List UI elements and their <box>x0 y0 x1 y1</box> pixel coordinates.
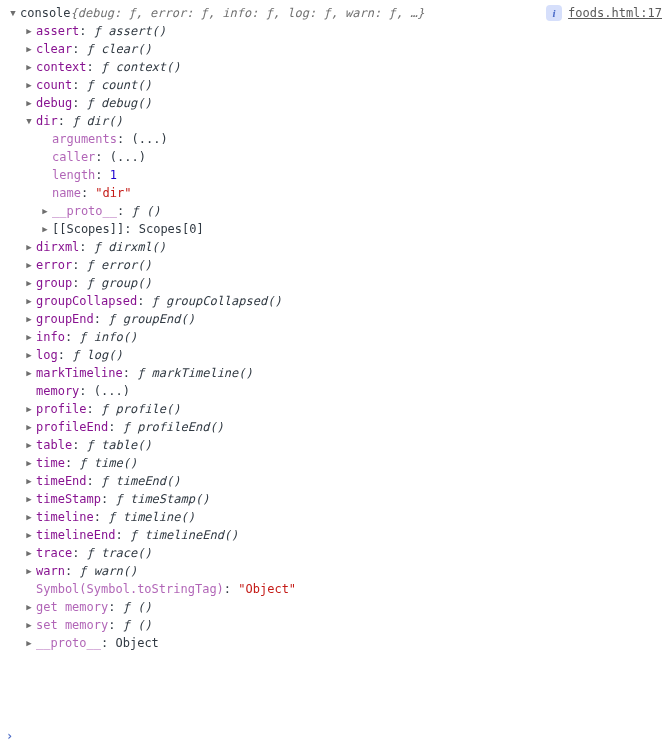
colon-separator: : <box>58 112 72 130</box>
property-row[interactable]: groupEnd: ƒ groupEnd() <box>24 310 662 328</box>
expand-arrow-icon[interactable] <box>24 328 34 346</box>
expand-arrow-icon[interactable] <box>24 616 34 634</box>
expand-arrow-icon[interactable] <box>24 112 34 130</box>
property-row[interactable]: markTimeline: ƒ markTimeline() <box>24 364 662 382</box>
expand-arrow-icon[interactable] <box>24 238 34 256</box>
property-row[interactable]: dirxml: ƒ dirxml() <box>24 238 662 256</box>
property-row[interactable]: clear: ƒ clear() <box>24 40 662 58</box>
expand-arrow-icon[interactable] <box>24 40 34 58</box>
property-row[interactable]: Symbol(Symbol.toStringTag): "Object" <box>24 580 662 598</box>
expand-arrow-icon[interactable] <box>24 76 34 94</box>
property-row[interactable]: context: ƒ context() <box>24 58 662 76</box>
property-row[interactable]: info: ƒ info() <box>24 328 662 346</box>
expand-arrow-icon[interactable] <box>24 94 34 112</box>
property-row[interactable]: timeEnd: ƒ timeEnd() <box>24 472 662 490</box>
property-row[interactable]: caller: (...) <box>40 148 662 166</box>
property-value: ƒ dir() <box>72 112 123 130</box>
property-key: dir <box>36 112 58 130</box>
console-prompt-icon[interactable]: › <box>6 729 13 743</box>
expand-arrow-icon[interactable] <box>24 310 34 328</box>
property-key: name <box>52 184 81 202</box>
expand-arrow-icon[interactable] <box>40 220 50 238</box>
property-key: timeEnd <box>36 472 87 490</box>
property-row[interactable]: error: ƒ error() <box>24 256 662 274</box>
property-row[interactable]: profileEnd: ƒ profileEnd() <box>24 418 662 436</box>
property-row[interactable]: timelineEnd: ƒ timelineEnd() <box>24 526 662 544</box>
property-row[interactable]: timeline: ƒ timeline() <box>24 508 662 526</box>
property-row[interactable]: __proto__: Object <box>24 634 662 652</box>
expand-arrow-icon[interactable] <box>24 436 34 454</box>
property-row[interactable]: __proto__: ƒ () <box>40 202 662 220</box>
property-value: ƒ info() <box>79 328 137 346</box>
expand-arrow-icon[interactable] <box>24 274 34 292</box>
property-value: ƒ count() <box>87 76 152 94</box>
colon-separator: : <box>95 148 109 166</box>
colon-separator: : <box>58 346 72 364</box>
expand-arrow-icon[interactable] <box>24 526 34 544</box>
expand-arrow-icon[interactable] <box>24 292 34 310</box>
object-preview: {debug: ƒ, error: ƒ, info: ƒ, log: ƒ, wa… <box>71 4 425 22</box>
expand-arrow-icon[interactable] <box>8 4 18 22</box>
colon-separator: : <box>65 454 79 472</box>
property-row[interactable]: count: ƒ count() <box>24 76 662 94</box>
colon-separator: : <box>124 220 138 238</box>
colon-separator: : <box>224 580 238 598</box>
source-link[interactable]: foods.html:17 <box>568 4 662 22</box>
property-value: ƒ groupEnd() <box>108 310 195 328</box>
property-row[interactable]: length: 1 <box>40 166 662 184</box>
expand-arrow-icon[interactable] <box>24 364 34 382</box>
property-value: ƒ timeline() <box>108 508 195 526</box>
property-row[interactable]: arguments: (...) <box>40 130 662 148</box>
expand-arrow-icon[interactable] <box>24 598 34 616</box>
colon-separator: : <box>79 382 93 400</box>
property-row[interactable]: set memory: ƒ () <box>24 616 662 634</box>
property-row[interactable]: time: ƒ time() <box>24 454 662 472</box>
property-key: caller <box>52 148 95 166</box>
property-key: warn <box>36 562 65 580</box>
expand-arrow-icon[interactable] <box>24 58 34 76</box>
property-row[interactable]: table: ƒ table() <box>24 436 662 454</box>
expand-arrow-icon[interactable] <box>24 418 34 436</box>
expand-arrow-icon[interactable] <box>24 544 34 562</box>
expand-arrow-icon[interactable] <box>24 256 34 274</box>
colon-separator: : <box>65 328 79 346</box>
property-row[interactable]: [[Scopes]]: Scopes[0] <box>40 220 662 238</box>
expand-arrow-icon[interactable] <box>40 202 50 220</box>
property-row[interactable]: timeStamp: ƒ timeStamp() <box>24 490 662 508</box>
property-key: length <box>52 166 95 184</box>
property-row[interactable]: trace: ƒ trace() <box>24 544 662 562</box>
expand-arrow-icon[interactable] <box>24 562 34 580</box>
property-row[interactable]: group: ƒ group() <box>24 274 662 292</box>
expand-arrow-icon[interactable] <box>24 472 34 490</box>
expand-arrow-icon[interactable] <box>24 22 34 40</box>
expand-arrow-icon[interactable] <box>24 400 34 418</box>
expand-arrow-icon[interactable] <box>24 508 34 526</box>
property-value: ƒ error() <box>87 256 152 274</box>
property-row[interactable]: log: ƒ log() <box>24 346 662 364</box>
expand-arrow-icon[interactable] <box>24 454 34 472</box>
expand-arrow-icon[interactable] <box>24 346 34 364</box>
property-row[interactable]: groupCollapsed: ƒ groupCollapsed() <box>24 292 662 310</box>
property-value: Object <box>115 634 158 652</box>
property-row[interactable]: debug: ƒ debug() <box>24 94 662 112</box>
property-key: __proto__ <box>52 202 117 220</box>
property-row[interactable]: memory: (...) <box>24 382 662 400</box>
colon-separator: : <box>79 22 93 40</box>
property-row[interactable]: get memory: ƒ () <box>24 598 662 616</box>
property-row[interactable]: name: "dir" <box>40 184 662 202</box>
colon-separator: : <box>72 76 86 94</box>
colon-separator: : <box>87 400 101 418</box>
property-row[interactable]: dir: ƒ dir() <box>24 112 662 130</box>
colon-separator: : <box>87 58 101 76</box>
property-row[interactable]: warn: ƒ warn() <box>24 562 662 580</box>
info-badge-icon[interactable]: i <box>546 5 562 21</box>
expand-arrow-icon[interactable] <box>24 490 34 508</box>
property-row[interactable]: profile: ƒ profile() <box>24 400 662 418</box>
property-key: log <box>36 346 58 364</box>
expand-arrow-icon[interactable] <box>24 634 34 652</box>
property-value: Scopes[0] <box>139 220 204 238</box>
object-summary-row[interactable]: console {debug: ƒ, error: ƒ, info: ƒ, lo… <box>8 4 662 22</box>
property-value: "Object" <box>238 580 296 598</box>
property-row[interactable]: assert: ƒ assert() <box>24 22 662 40</box>
property-key: error <box>36 256 72 274</box>
